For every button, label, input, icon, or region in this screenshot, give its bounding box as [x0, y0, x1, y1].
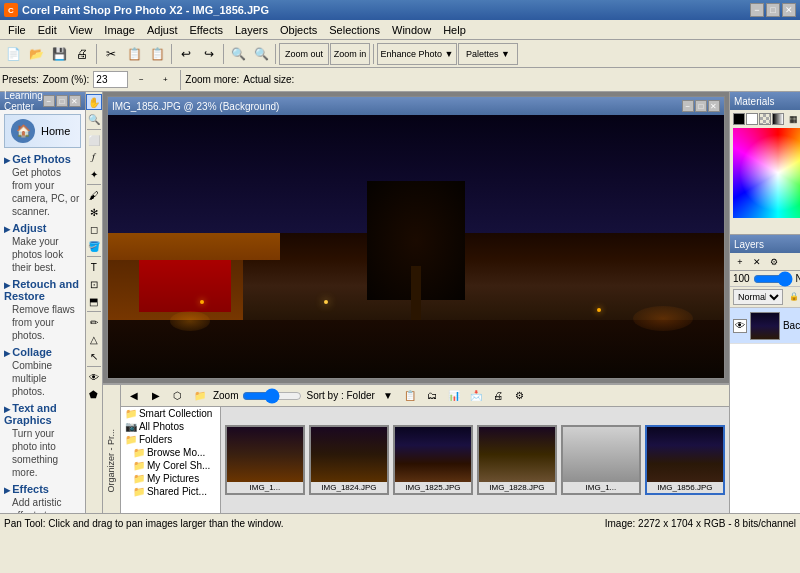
thumbnail-1[interactable]: IMG_1... [225, 425, 305, 495]
close-button[interactable]: ✕ [782, 3, 796, 17]
thumbnail-6[interactable]: IMG_1856.JPG [645, 425, 725, 495]
zoom-input[interactable] [93, 71, 128, 88]
zoom-out-more-button[interactable]: Zoom out [279, 43, 329, 65]
lc-retouch[interactable]: Retouch and Restore Remove flaws from yo… [4, 277, 81, 342]
magic-wand-tool[interactable]: ✦ [86, 166, 102, 182]
lc-text-graphics[interactable]: Text and Graphics Turn your photo into s… [4, 401, 81, 479]
menu-selections[interactable]: Selections [323, 22, 386, 38]
menu-help[interactable]: Help [437, 22, 472, 38]
maximize-button[interactable]: □ [766, 3, 780, 17]
object-tool[interactable]: ↖ [86, 348, 102, 364]
image-maximize[interactable]: □ [695, 100, 707, 112]
menu-image[interactable]: Image [98, 22, 141, 38]
org-view-btn-2[interactable]: 🗂 [423, 387, 441, 405]
crop-tool[interactable]: ⊡ [86, 276, 102, 292]
image-minimize[interactable]: − [682, 100, 694, 112]
red-eye-tool[interactable]: 👁 [86, 369, 102, 385]
lc-home-button[interactable]: 🏠 Home [4, 114, 81, 148]
save-button[interactable]: 💾 [48, 43, 70, 65]
org-btn-3[interactable]: ⬡ [169, 387, 187, 405]
folder-corel-share[interactable]: 📁 My Corel Sh... [121, 459, 220, 472]
folder-my-pictures[interactable]: 📁 My Pictures [121, 472, 220, 485]
org-view-btn-3[interactable]: 📊 [445, 387, 463, 405]
pan-tool[interactable]: ✋ [86, 94, 102, 110]
vector-tool[interactable]: △ [86, 331, 102, 347]
opacity-slider[interactable] [753, 274, 793, 284]
cut-button[interactable]: ✂ [100, 43, 122, 65]
minimize-button[interactable]: − [750, 3, 764, 17]
zoom-out-button[interactable]: 🔍 [227, 43, 249, 65]
lc-minimize[interactable]: − [43, 95, 55, 107]
thumbnail-4[interactable]: IMG_1828.JPG [477, 425, 557, 495]
new-layer-button[interactable]: + [732, 254, 748, 270]
thumbnail-2[interactable]: IMG_1824.JPG [309, 425, 389, 495]
thumbnail-3[interactable]: IMG_1825.JPG [393, 425, 473, 495]
enhance-photo-button[interactable]: Enhance Photo ▼ [377, 43, 457, 65]
pen-tool[interactable]: ✏ [86, 314, 102, 330]
org-btn-1[interactable]: ◀ [125, 387, 143, 405]
folder-shared[interactable]: 📁 Shared Pict... [121, 485, 220, 498]
text-tool[interactable]: T [86, 259, 102, 275]
color-picker[interactable] [733, 128, 800, 218]
org-view-btn-1[interactable]: 📋 [401, 387, 419, 405]
redo-button[interactable]: ↪ [198, 43, 220, 65]
org-view-btn-5[interactable]: 🖨 [489, 387, 507, 405]
open-button[interactable]: 📂 [25, 43, 47, 65]
transparent-swatch[interactable] [759, 113, 771, 125]
lc-maximize[interactable]: □ [56, 95, 68, 107]
org-view-btn-6[interactable]: ⚙ [511, 387, 529, 405]
layer-background[interactable]: 👁 Background [730, 308, 800, 344]
select-tool[interactable]: ⬜ [86, 132, 102, 148]
lc-collage[interactable]: Collage Combine multiple photos. [4, 345, 81, 398]
menu-edit[interactable]: Edit [32, 22, 63, 38]
org-view-btn-4[interactable]: 📩 [467, 387, 485, 405]
zoom-tool[interactable]: 🔍 [86, 111, 102, 127]
image-close[interactable]: ✕ [708, 100, 720, 112]
freehand-tool[interactable]: 𝑓 [86, 149, 102, 165]
paint-brush-tool[interactable]: 🖌 [86, 187, 102, 203]
image-canvas[interactable] [108, 115, 724, 378]
palettes-button[interactable]: Palettes ▼ [458, 43, 518, 65]
blend-mode-dropdown[interactable]: Normal [733, 289, 783, 305]
sort-dropdown[interactable]: ▼ [379, 387, 397, 405]
black-swatch[interactable] [733, 113, 745, 125]
makeover-tool[interactable]: ⬟ [86, 386, 102, 402]
paste-button[interactable]: 📋 [146, 43, 168, 65]
straighten-tool[interactable]: ⬒ [86, 293, 102, 309]
lc-close[interactable]: ✕ [69, 95, 81, 107]
copy-button[interactable]: 📋 [123, 43, 145, 65]
layer-options-button[interactable]: ⚙ [766, 254, 782, 270]
org-btn-4[interactable]: 📁 [191, 387, 209, 405]
lc-adjust[interactable]: Adjust Make your photos look their best. [4, 221, 81, 274]
clone-tool[interactable]: ✻ [86, 204, 102, 220]
layer-lock-button[interactable]: 🔒 [787, 289, 800, 303]
zoom-out-small-button[interactable]: − [130, 69, 152, 91]
thumbnail-5[interactable]: IMG_1... [561, 425, 641, 495]
menu-adjust[interactable]: Adjust [141, 22, 184, 38]
zoom-in-button[interactable]: 🔍 [250, 43, 272, 65]
eraser-tool[interactable]: ◻ [86, 221, 102, 237]
layer-visibility-icon[interactable]: 👁 [733, 319, 747, 333]
lc-effects[interactable]: Effects Add artistic effects to your pho… [4, 482, 81, 513]
lc-get-photos[interactable]: Get Photos Get photos from your camera, … [4, 152, 81, 218]
menu-window[interactable]: Window [386, 22, 437, 38]
white-swatch[interactable] [746, 113, 758, 125]
delete-layer-button[interactable]: ✕ [749, 254, 765, 270]
menu-file[interactable]: File [2, 22, 32, 38]
menu-view[interactable]: View [63, 22, 99, 38]
zoom-in-small-button[interactable]: + [154, 69, 176, 91]
organizer-zoom-slider[interactable] [242, 391, 302, 401]
zoom-in-more-button[interactable]: Zoom in [330, 43, 370, 65]
menu-effects[interactable]: Effects [184, 22, 229, 38]
menu-objects[interactable]: Objects [274, 22, 323, 38]
org-btn-2[interactable]: ▶ [147, 387, 165, 405]
new-button[interactable]: 📄 [2, 43, 24, 65]
undo-button[interactable]: ↩ [175, 43, 197, 65]
folder-all-photos[interactable]: 📷 All Photos [121, 420, 220, 433]
menu-layers[interactable]: Layers [229, 22, 274, 38]
gradient-swatch[interactable] [772, 113, 784, 125]
folder-folders[interactable]: 📁 Folders [121, 433, 220, 446]
print-button[interactable]: 🖨 [71, 43, 93, 65]
fill-tool[interactable]: 🪣 [86, 238, 102, 254]
folder-browse-more[interactable]: 📁 Browse Mo... [121, 446, 220, 459]
